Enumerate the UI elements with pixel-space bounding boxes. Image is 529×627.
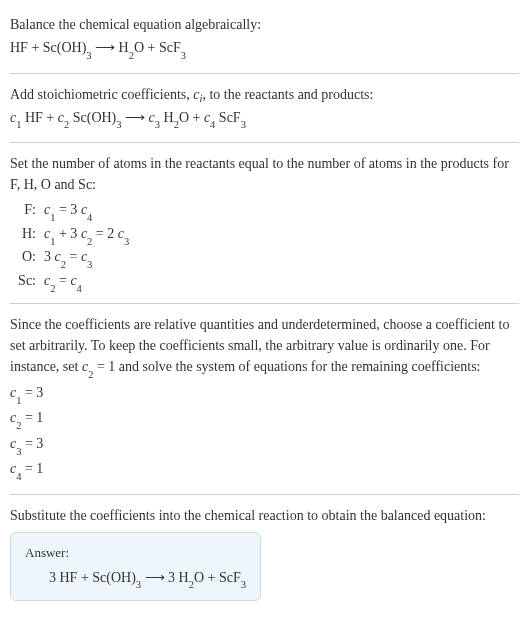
atom-eq: c2 = c4 [44,270,82,294]
atom-label: O: [14,246,36,270]
solution-c3: c3 = 3 [10,433,519,457]
divider [10,303,519,304]
atom-row-f: F: c1 = 3 c4 [14,199,519,223]
answer-box: Answer: 3 HF + Sc(OH)3 ⟶ 3 H2O + ScF3 [10,532,261,601]
answer-label: Answer: [25,543,246,563]
atom-eq: c1 + 3 c2 = 2 c3 [44,223,129,247]
atom-balance-section: Set the number of atoms in the reactants… [10,147,519,299]
atom-row-o: O: 3 c2 = c3 [14,246,519,270]
add-coeffs-text: Add stoichiometric coefficients, ci, to … [10,84,519,105]
atom-eq: c1 = 3 c4 [44,199,92,223]
divider [10,494,519,495]
balanced-equation: 3 HF + Sc(OH)3 ⟶ 3 H2O + ScF3 [25,567,246,591]
add-coeffs-section: Add stoichiometric coefficients, ci, to … [10,78,519,139]
divider [10,142,519,143]
balance-intro-text: Balance the chemical equation algebraica… [10,14,519,35]
atom-row-sc: Sc: c2 = c4 [14,270,519,294]
atom-label: F: [14,199,36,223]
atom-row-h: H: c1 + 3 c2 = 2 c3 [14,223,519,247]
balance-intro-section: Balance the chemical equation algebraica… [10,8,519,69]
atom-eq: 3 c2 = c3 [44,246,92,270]
substitute-text: Substitute the coefficients into the che… [10,505,519,526]
solution-c2: c2 = 1 [10,407,519,431]
coeff-equation: c1 HF + c2 Sc(OH)3 ⟶ c3 H2O + c4 ScF3 [10,107,519,131]
solution-section: Since the coefficients are relative quan… [10,308,519,490]
since-text: Since the coefficients are relative quan… [10,314,519,380]
solution-c4: c4 = 1 [10,458,519,482]
solution-c1: c1 = 3 [10,382,519,406]
atoms-table: F: c1 = 3 c4 H: c1 + 3 c2 = 2 c3 O: 3 c2… [14,199,519,293]
divider [10,73,519,74]
unbalanced-equation: HF + Sc(OH)3 ⟶ H2O + ScF3 [10,37,519,61]
substitute-section: Substitute the coefficients into the che… [10,499,519,607]
atom-label: H: [14,223,36,247]
atom-label: Sc: [14,270,36,294]
set-atoms-intro: Set the number of atoms in the reactants… [10,153,519,195]
